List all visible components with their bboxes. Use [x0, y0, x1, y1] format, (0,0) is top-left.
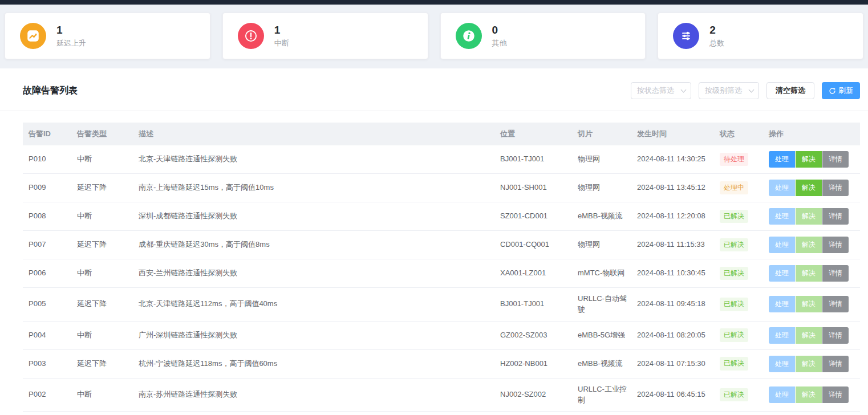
stat-card-total: 2 总数 — [658, 13, 863, 59]
status-badge: 已解决 — [720, 267, 748, 280]
col-header-alarm-type: 告警类型 — [71, 123, 133, 145]
cell-alarm-id: P010 — [23, 145, 71, 174]
cell-slice: mMTC-物联网 — [572, 259, 631, 288]
cell-description: 广州-深圳链路连通性探测失败 — [133, 321, 494, 349]
resolve-button[interactable]: 解决 — [796, 151, 822, 168]
table-row: P009 延迟下降 南京-上海链路延迟15ms，高于阈值10ms NJ001-S… — [23, 174, 860, 202]
refresh-button[interactable]: 刷新 — [822, 82, 860, 99]
stat-card-other: 0 其他 — [440, 13, 646, 59]
cell-time: 2024-08-11 12:20:08 — [631, 202, 714, 231]
handle-button[interactable]: 处理 — [769, 208, 795, 225]
col-header-description: 描述 — [133, 123, 494, 145]
detail-button[interactable]: 详情 — [822, 208, 849, 225]
detail-button[interactable]: 详情 — [822, 356, 849, 372]
cell-description: 杭州-宁波链路延迟118ms，高于阈值60ms — [133, 349, 494, 378]
stat-card-text: 1 中断 — [274, 23, 289, 48]
col-header-actions: 操作 — [763, 123, 860, 145]
alarm-panel: 故障告警列表 按状态筛选 按级别筛选 清空筛选 刷新 — [0, 68, 868, 415]
cell-alarm-type: 中断 — [71, 378, 133, 412]
cell-alarm-type: 延迟下降 — [71, 174, 133, 202]
cell-alarm-id: P001 — [23, 412, 71, 415]
stat-label: 总数 — [709, 38, 724, 48]
table-row: P004 中断 广州-深圳链路连通性探测失败 GZ002-SZ003 eMBB-… — [23, 321, 860, 349]
resolve-button[interactable]: 解决 — [796, 265, 822, 282]
status-filter-select[interactable]: 按状态筛选 — [631, 82, 691, 99]
action-button-group: 处理 解决 详情 — [769, 237, 849, 253]
handle-button[interactable]: 处理 — [769, 296, 795, 312]
detail-button[interactable]: 详情 — [822, 151, 849, 168]
handle-button[interactable]: 处理 — [769, 386, 795, 403]
table-row: P010 中断 北京-天津链路连通性探测失败 BJ001-TJ001 物理网 2… — [23, 145, 860, 174]
status-badge: 已解决 — [720, 388, 748, 401]
handle-button[interactable]: 处理 — [769, 356, 795, 372]
stat-label: 其他 — [492, 38, 507, 48]
action-button-group: 处理 解决 详情 — [769, 386, 849, 403]
chevron-down-icon — [681, 87, 687, 93]
detail-button[interactable]: 详情 — [822, 296, 849, 312]
handle-button[interactable]: 处理 — [769, 327, 795, 344]
sliders-icon — [673, 23, 699, 49]
cell-status: 已解决 — [714, 288, 763, 322]
cell-time: 2024-08-11 10:30:45 — [631, 259, 714, 288]
col-header-location: 位置 — [494, 123, 572, 145]
cell-slice: eMBB-5G增强 — [572, 321, 631, 349]
cell-status: 已解决 — [714, 259, 763, 288]
status-badge: 处理中 — [720, 181, 748, 194]
cell-status: 已解决 — [714, 202, 763, 231]
cell-alarm-type: 延迟下降 — [71, 288, 133, 322]
cell-actions: 处理 解决 详情 — [763, 412, 860, 415]
stat-card-text: 2 总数 — [709, 23, 724, 48]
detail-button[interactable]: 详情 — [822, 180, 849, 196]
col-header-status: 状态 — [714, 123, 763, 145]
cell-location: SZ001-CD001 — [494, 202, 572, 231]
handle-button[interactable]: 处理 — [769, 237, 795, 253]
handle-button[interactable]: 处理 — [769, 265, 795, 282]
detail-button[interactable]: 详情 — [822, 237, 849, 253]
trend-up-icon — [20, 23, 46, 49]
cell-slice: 物理网 — [572, 231, 631, 259]
resolve-button[interactable]: 解决 — [796, 237, 822, 253]
action-button-group: 处理 解决 详情 — [769, 356, 849, 372]
cell-status: 已解决 — [714, 412, 763, 415]
resolve-button[interactable]: 解决 — [796, 386, 822, 403]
action-button-group: 处理 解决 详情 — [769, 296, 849, 312]
action-button-group: 处理 解决 详情 — [769, 208, 849, 225]
table-row: P003 延迟下降 杭州-宁波链路延迟118ms，高于阈值60ms HZ002-… — [23, 349, 860, 378]
resolve-button[interactable]: 解决 — [796, 208, 822, 225]
handle-button[interactable]: 处理 — [769, 180, 795, 196]
cell-time: 2024-08-11 11:15:33 — [631, 231, 714, 259]
level-filter-select[interactable]: 按级别筛选 — [699, 82, 759, 99]
status-badge: 待处理 — [720, 153, 748, 166]
cell-alarm-id: P005 — [23, 288, 71, 322]
resolve-button[interactable]: 解决 — [796, 356, 822, 372]
cell-location: BJ001-TJ001 — [494, 288, 572, 322]
clear-filters-button[interactable]: 清空筛选 — [766, 82, 814, 99]
cell-slice: 物理网 — [572, 174, 631, 202]
resolve-button[interactable]: 解决 — [796, 296, 822, 312]
stat-card-delay-rise: 1 延迟上升 — [5, 13, 210, 59]
cell-slice: eMBB-视频流 — [572, 349, 631, 378]
resolve-button[interactable]: 解决 — [796, 180, 822, 196]
col-header-slice: 切片 — [572, 123, 631, 145]
detail-button[interactable]: 详情 — [822, 327, 849, 344]
table-row: P001 延迟下降 苏州-无锡链路延迟45ms，高于阈值25ms SZ002-W… — [23, 412, 860, 415]
cell-location: XA001-LZ001 — [494, 259, 572, 288]
resolve-button[interactable]: 解决 — [796, 327, 822, 344]
cell-alarm-type: 中断 — [71, 321, 133, 349]
cell-time: 2024-08-11 07:15:30 — [631, 349, 714, 378]
stat-card-text: 1 延迟上升 — [56, 23, 86, 48]
cell-actions: 处理 解决 详情 — [763, 231, 860, 259]
cell-status: 已解决 — [714, 349, 763, 378]
alarm-table-container: 告警ID 告警类型 描述 位置 切片 发生时间 状态 操作 P010 中断 北京… — [0, 111, 868, 415]
refresh-icon — [829, 87, 836, 95]
stat-label: 延迟上升 — [56, 38, 86, 48]
cell-time: 2024-08-11 13:45:12 — [631, 174, 714, 202]
detail-button[interactable]: 详情 — [822, 386, 849, 403]
cell-alarm-type: 延迟下降 — [71, 231, 133, 259]
detail-button[interactable]: 详情 — [822, 265, 849, 282]
col-header-alarm-id: 告警ID — [23, 123, 71, 145]
cell-location: GZ002-SZ003 — [494, 321, 572, 349]
cell-status: 已解决 — [714, 321, 763, 349]
handle-button[interactable]: 处理 — [769, 151, 795, 168]
cell-location: CD001-CQ001 — [494, 231, 572, 259]
